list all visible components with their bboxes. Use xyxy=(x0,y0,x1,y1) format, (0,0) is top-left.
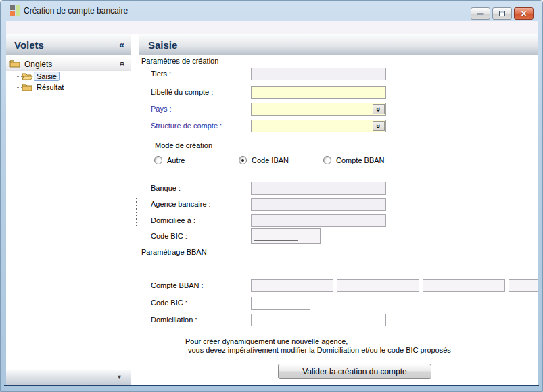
section2-divider xyxy=(210,253,535,253)
main-panel: Saisie Paramètres de création Tiers : Li… xyxy=(139,34,538,385)
section1-title: Paramètres de création xyxy=(141,57,218,65)
minimize-button[interactable] xyxy=(471,7,490,20)
code-bic2-label: Code BIC : xyxy=(151,297,187,310)
structure-combo-button[interactable]: » xyxy=(373,121,385,131)
note-line-1: Pour créer dynamiquement une nouvelle ag… xyxy=(185,337,348,345)
chevron-double-down-icon: » xyxy=(375,107,383,111)
code-bic1-underline xyxy=(254,240,298,241)
compte-bban-field-2 xyxy=(337,279,419,292)
pays-combo-button[interactable]: » xyxy=(373,104,385,114)
tree-item-label: Résultat xyxy=(34,82,66,92)
sidebar-tree: Saisie Résultat xyxy=(6,71,131,93)
folder-closed-icon xyxy=(9,59,20,68)
restore-button[interactable] xyxy=(492,7,512,20)
domiciliee-field xyxy=(251,214,386,227)
titlebar: Création de compte bancaire ✕ xyxy=(1,1,542,21)
libelle-label: Libellé du compte : xyxy=(151,86,213,99)
compte-bban-field-4 xyxy=(509,279,538,292)
radio-option-compte-bban[interactable]: Compte BBAN xyxy=(323,155,385,165)
tree-connector xyxy=(16,87,22,88)
window-title: Création de compte bancaire xyxy=(24,6,128,16)
domiciliation-field[interactable] xyxy=(251,314,386,326)
compte-bban-field-3 xyxy=(423,279,505,292)
window-bottom-edge xyxy=(4,385,539,386)
app-icon-square-green xyxy=(16,5,20,16)
minimize-icon xyxy=(477,13,484,15)
sidebar-group-label: Onglets xyxy=(24,59,52,69)
scroll-down-icon: ▼ xyxy=(116,374,122,381)
group-collapse-icon[interactable]: » xyxy=(118,62,127,66)
radio-option-code-iban[interactable]: Code IBAN xyxy=(239,155,289,165)
structure-combo[interactable]: » xyxy=(251,120,386,132)
code-bic2-field[interactable] xyxy=(251,297,310,310)
code-bic1-field xyxy=(251,228,321,244)
panel-collapse-button[interactable]: « xyxy=(119,34,124,55)
compte-bban-field-1 xyxy=(251,279,333,292)
radio-code-iban[interactable] xyxy=(239,156,247,164)
code-bic2-input[interactable] xyxy=(252,297,310,309)
radio-autre-label: Autre xyxy=(167,156,185,164)
radio-autre[interactable] xyxy=(154,156,162,164)
code-bic1-label: Code BIC : xyxy=(151,230,187,243)
pays-combo[interactable]: » xyxy=(251,103,386,116)
radio-code-iban-label: Code IBAN xyxy=(252,156,289,164)
client-area: Volets « Onglets » xyxy=(6,21,538,385)
section1-divider xyxy=(216,62,535,62)
domiciliation-label: Domiciliation : xyxy=(151,314,197,326)
domiciliee-label: Domiciliée à : xyxy=(151,214,195,227)
domiciliation-input[interactable] xyxy=(252,314,385,326)
sidebar-header: Volets « xyxy=(6,34,131,55)
tree-item-label: Saisie xyxy=(34,72,60,81)
section2-title: Paramétrage BBAN xyxy=(141,248,207,256)
main-header: Saisie xyxy=(139,34,538,55)
main-header-label: Saisie xyxy=(148,39,177,51)
folder-open-icon xyxy=(22,72,33,80)
banque-field xyxy=(251,182,386,195)
folder-closed-icon xyxy=(22,82,32,91)
tiers-label: Tiers : xyxy=(151,68,171,80)
app-icon xyxy=(10,5,20,16)
sidebar-group-onglets[interactable]: Onglets » xyxy=(6,57,131,71)
libelle-field[interactable] xyxy=(251,86,386,99)
tree-item-resultat[interactable]: Résultat xyxy=(6,82,131,93)
note-line-2: vous devez impérativement modifier la Do… xyxy=(188,346,451,354)
chevron-double-down-icon: » xyxy=(375,124,383,128)
close-icon: ✕ xyxy=(521,9,527,18)
dialog-window: Création de compte bancaire ✕ Volets « O… xyxy=(0,0,543,392)
radio-compte-bban[interactable] xyxy=(323,156,331,164)
banque-label: Banque : xyxy=(151,182,181,195)
restore-icon xyxy=(499,11,505,16)
libelle-input[interactable] xyxy=(252,87,385,98)
sidebar-header-label: Volets xyxy=(14,39,44,51)
toolbar-strip xyxy=(6,21,538,34)
window-controls: ✕ xyxy=(471,7,534,20)
validate-button[interactable]: Valider la création du compte xyxy=(278,364,431,379)
tiers-field xyxy=(251,68,386,80)
splitter-grip[interactable] xyxy=(136,198,137,226)
agence-field xyxy=(251,198,386,211)
structure-label: Structure de compte : xyxy=(151,120,222,132)
mode-creation-label: Mode de création xyxy=(155,139,212,152)
radio-compte-bban-label: Compte BBAN xyxy=(336,156,385,164)
pays-label: Pays : xyxy=(151,103,172,116)
compte-bban-label: Compte BBAN : xyxy=(151,279,204,292)
tree-connector xyxy=(16,76,22,77)
close-button[interactable]: ✕ xyxy=(514,7,534,20)
app-icon-square-orange xyxy=(10,11,15,16)
radio-option-autre[interactable]: Autre xyxy=(154,155,185,165)
sidebar-scroll-bar[interactable]: ▼ xyxy=(6,370,131,385)
app-icon-square-gray xyxy=(10,5,15,10)
tree-item-saisie[interactable]: Saisie xyxy=(6,71,131,82)
sidebar-panel: Volets « Onglets » xyxy=(6,34,131,385)
agence-label: Agence bancaire : xyxy=(151,198,211,211)
